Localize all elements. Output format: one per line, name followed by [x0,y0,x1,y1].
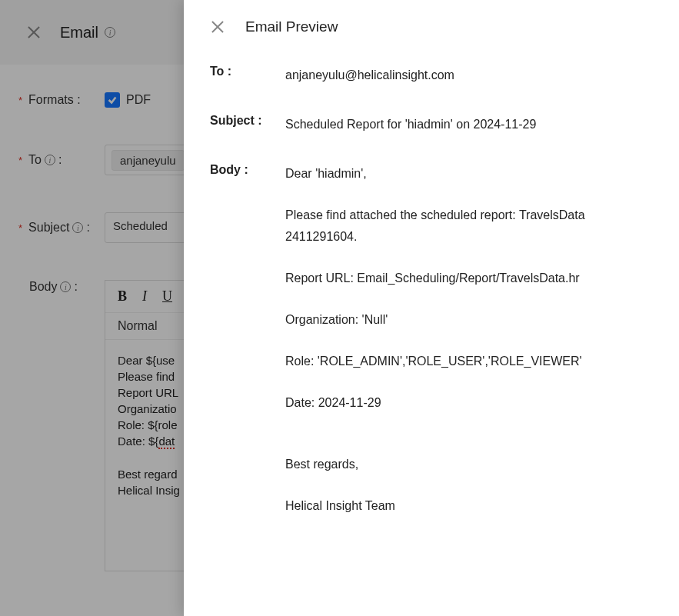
preview-body-line: Role: 'ROLE_ADMIN','ROLE_USER','ROLE_VIE… [285,351,653,372]
preview-body-label: Body : [210,163,285,177]
close-icon[interactable] [210,19,225,35]
preview-body-value: Dear 'hiadmin', Please find attached the… [285,163,653,517]
preview-to-label: To : [210,65,285,78]
preview-body-line: Organization: 'Null' [285,309,653,331]
preview-body-line: Helical Insight Team [285,495,653,517]
preview-body-line: Please find attached the scheduled repor… [285,205,653,248]
preview-subject-row: Subject : Scheduled Report for 'hiadmin'… [210,114,653,135]
preview-body-line: Best regards, [285,454,653,475]
preview-body-row: Body : Dear 'hiadmin', Please find attac… [210,163,653,517]
drawer-body: To : anjaneyulu@helicalinsight.com Subje… [184,51,679,540]
preview-subject-value: Scheduled Report for 'hiadmin' on 2024-1… [285,114,653,135]
preview-body-line: Report URL: Email_Scheduling/Report/Trav… [285,268,653,289]
modal-backdrop[interactable] [0,0,184,616]
drawer-title: Email Preview [245,18,338,35]
preview-body-line: Date: 2024-11-29 [285,392,653,414]
preview-body-line: Dear 'hiadmin', [285,163,653,185]
email-preview-drawer: Email Preview To : anjaneyulu@helicalins… [184,0,679,616]
preview-to-value: anjaneyulu@helicalinsight.com [285,65,653,86]
drawer-header: Email Preview [184,0,679,51]
preview-subject-label: Subject : [210,114,285,128]
preview-to-row: To : anjaneyulu@helicalinsight.com [210,65,653,86]
